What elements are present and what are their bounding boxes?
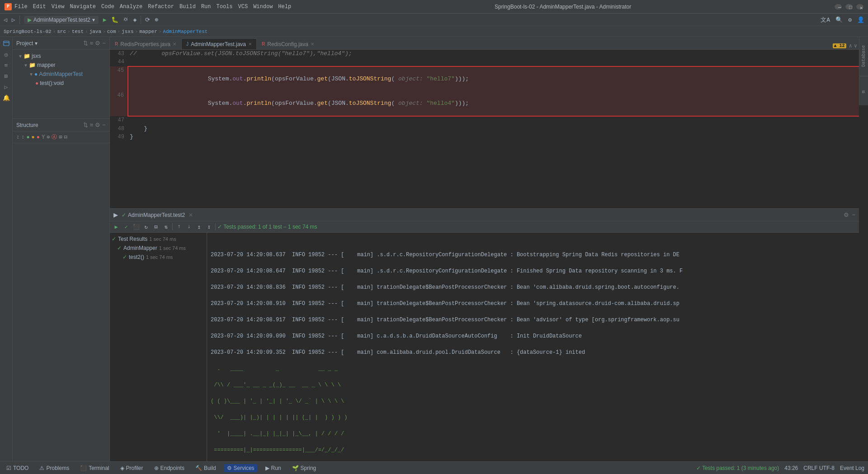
st-btn-8[interactable]: Ⓐ [52, 133, 57, 141]
breadcrumb-part-2[interactable]: src [57, 29, 66, 34]
minimize-button[interactable]: ─ [835, 4, 842, 9]
structure-icon-4[interactable]: − [102, 122, 106, 128]
event-log-link[interactable]: Event Log [840, 465, 864, 471]
menu-analyze[interactable]: Analyze [120, 4, 142, 10]
menu-code[interactable]: Code [101, 4, 114, 10]
run-sort-btn[interactable]: ⇅ [161, 222, 170, 231]
test-test2[interactable]: ✓ test2() 1 sec 74 ms [110, 253, 207, 262]
run-dashboard-icon[interactable]: ▷ [1, 82, 11, 92]
menu-tools[interactable]: Tools [217, 4, 233, 10]
line-code-45[interactable]: System.out.println(opsForValue.get(JSON.… [128, 66, 859, 91]
profile-button[interactable]: ◈ [132, 15, 139, 25]
tree-item-mapper[interactable]: ▼ 📁 mapper [13, 61, 109, 70]
commit-icon[interactable]: ◎ [1, 50, 11, 60]
line-code-46[interactable]: System.out.println(opsForValue.get(JSON.… [128, 91, 859, 116]
bottom-endpoints[interactable]: ⊕ Endpoints [151, 464, 187, 472]
line-code-43[interactable]: // opsForValue.set(JSON.toJSONString("he… [128, 50, 859, 58]
structure-icon-3[interactable]: ⚙ [95, 122, 100, 128]
breadcrumb-part-8[interactable]: AdminMapperTest [163, 29, 208, 34]
menu-build[interactable]: Build [179, 4, 196, 10]
add-framework-button[interactable]: ⊕ [153, 15, 160, 25]
bottom-build[interactable]: 🔨 Build [193, 464, 219, 472]
agent-button[interactable]: 👤 [855, 15, 866, 25]
run-output[interactable]: 2023-07-20 14:20:08.637 INFO 19852 --- [… [207, 233, 859, 461]
breadcrumb-part-5[interactable]: com [107, 29, 116, 34]
run-filter-btn[interactable]: ⊟ [151, 222, 160, 231]
breadcrumb-part-4[interactable]: java [90, 29, 101, 34]
run-export-btn[interactable]: ↧ [204, 222, 213, 231]
run-import-btn[interactable]: ↥ [194, 222, 203, 231]
line-code-49[interactable]: } [128, 133, 859, 141]
run-stop-btn[interactable]: ⬛ [132, 222, 141, 231]
forward-button[interactable]: ▷ [10, 15, 17, 25]
translate-icon[interactable]: 文A [819, 15, 832, 25]
maven-icon[interactable]: m [859, 78, 868, 105]
tab-redis-properties[interactable]: R RedisProperties.java ✕ [110, 38, 181, 49]
st-btn-9[interactable]: ⊞ [59, 134, 62, 141]
project-icon-3[interactable]: ⚙ [95, 40, 100, 47]
menu-edit[interactable]: Edit [33, 4, 46, 10]
run-next-btn[interactable]: ↓ [184, 222, 193, 231]
coverage-button[interactable]: ⛭ [121, 15, 131, 25]
expand-btn[interactable]: ∨ [854, 42, 857, 49]
menu-view[interactable]: View [52, 4, 65, 10]
tab-admin-mapper-test[interactable]: J AdminMapperTest.java ✕ [181, 38, 257, 49]
close-button[interactable]: ✕ [856, 4, 863, 9]
tab-redis-config-close[interactable]: ✕ [311, 42, 314, 47]
project-icon-4[interactable]: − [102, 40, 106, 47]
run-rerun-btn[interactable]: ↻ [142, 222, 151, 231]
maximize-button[interactable]: □ [845, 4, 853, 9]
project-icon-2[interactable]: ≡ [90, 40, 94, 47]
line-code-47[interactable] [128, 116, 859, 125]
bottom-profiler[interactable]: ◈ Profiler [118, 464, 146, 472]
menu-navigate[interactable]: Navigate [70, 4, 96, 10]
collapse-btn[interactable]: ∧ [849, 42, 852, 49]
run-minimize-icon[interactable]: − [852, 211, 855, 218]
breadcrumb-part-7[interactable]: mapper [139, 29, 157, 34]
project-tool-icon[interactable] [1, 39, 11, 49]
st-btn-2[interactable]: ↕ [21, 134, 24, 141]
st-btn-5[interactable]: ● [37, 134, 40, 141]
tree-item-test2[interactable]: ● test():void [13, 79, 109, 88]
settings-button[interactable]: ⚙ [846, 15, 854, 25]
menu-window[interactable]: Window [253, 4, 273, 10]
notification-icon[interactable]: 🔔 [1, 93, 11, 103]
bottom-services[interactable]: ⚙ Services [224, 464, 257, 472]
menu-help[interactable]: Help [278, 4, 291, 10]
search-everywhere-button[interactable]: 🔍 [834, 15, 844, 25]
tab-redis-config[interactable]: R RedisConfig.java ✕ [257, 38, 319, 49]
breadcrumb-part-1[interactable]: SpringBoot-ls-02 [4, 29, 52, 34]
st-btn-4[interactable]: ● [32, 134, 35, 141]
menu-run[interactable]: Run [201, 4, 211, 10]
bottom-problems[interactable]: ⚠ Problems [37, 464, 72, 472]
st-btn-6[interactable]: Y [42, 134, 45, 141]
run-prev-btn[interactable]: ↑ [175, 222, 184, 231]
reload-button[interactable]: ⟳ [143, 15, 152, 25]
line-code-44[interactable] [128, 58, 859, 66]
tab-admin-mapper-close[interactable]: ✕ [248, 42, 252, 47]
st-btn-1[interactable]: ↕ [16, 134, 19, 141]
project-icon-1[interactable]: ⇅ [83, 40, 88, 47]
tab-redis-props-close[interactable]: ✕ [173, 42, 176, 47]
tree-item-adminmappertest[interactable]: ▼ ● AdminMapperTest [13, 70, 109, 79]
debug-button[interactable]: 🐛 [109, 15, 120, 25]
tree-item-jsxs[interactable]: ▼ 📁 jsxs [13, 52, 109, 61]
bottom-terminal[interactable]: ⬛ Terminal [77, 464, 112, 472]
run-play-btn[interactable]: ▶ [112, 222, 121, 231]
breadcrumb-part-6[interactable]: jsxs [122, 29, 133, 34]
st-btn-7[interactable]: ⊕ [47, 134, 50, 141]
menu-refactor[interactable]: Refactor [148, 4, 174, 10]
line-code-48[interactable]: } [128, 125, 859, 133]
bottom-todo[interactable]: ☑ TODO [4, 464, 31, 472]
menu-file[interactable]: File [14, 4, 28, 10]
back-button[interactable]: ◁ [2, 15, 9, 25]
bottom-run[interactable]: ▶ Run [263, 464, 284, 472]
bookmarks-icon[interactable]: ⊞ [1, 71, 11, 81]
run-gear-icon[interactable]: ⚙ [844, 211, 849, 218]
run-tab-label[interactable]: ✓ AdminMapperTest.test2 ✕ [122, 212, 193, 218]
breadcrumb-part-3[interactable]: test [72, 29, 84, 34]
st-btn-3[interactable]: ● [26, 134, 29, 141]
run-config-selector[interactable]: ▶ AdminMapperTest.test2 ▾ [24, 16, 99, 24]
database-icon[interactable]: Database [859, 38, 868, 74]
structure-icon-1[interactable]: ⇅ [83, 122, 88, 128]
